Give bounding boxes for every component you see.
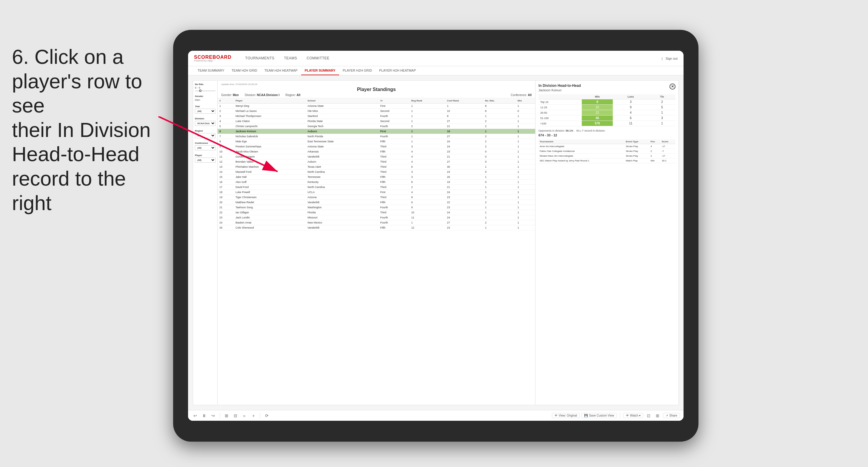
tool-2[interactable]: ⊟ <box>232 412 239 419</box>
table-row[interactable]: 4 Luke Claton Florida State Second 1 27 … <box>218 119 535 124</box>
cell-conf: 19 <box>445 180 483 185</box>
save-custom-button[interactable]: 💾 Save Custom View <box>582 413 617 418</box>
table-row[interactable]: 19 Tiger Christensen Arizona Third 8 23 … <box>218 195 535 200</box>
table-row[interactable]: 8 Mats Ege East Tennessee State Fifth 1 … <box>218 139 535 144</box>
tool-1[interactable]: ⊞ <box>223 412 230 419</box>
cell-player: Phichaksn Maichon <box>234 164 306 169</box>
cell-reg: 8 <box>409 180 445 185</box>
filter-division: Division NCAA Division I <box>195 117 216 126</box>
division-dropdown[interactable]: NCAA Division I <box>195 121 216 126</box>
year-dropdown[interactable]: (All) <box>195 108 216 114</box>
watch-button[interactable]: 👁 Watch ▾ <box>623 413 644 418</box>
cell-yr: Fifth <box>378 139 409 144</box>
h2h-tie: 2 <box>649 99 676 105</box>
tool-6[interactable]: ⊞ <box>654 412 661 419</box>
h2h-close-button[interactable]: ✕ <box>670 84 676 90</box>
tab-team-h2h-grid[interactable]: TEAM H2H GRID <box>228 66 261 75</box>
player-dropdown[interactable]: (All) <box>195 158 216 163</box>
table-row[interactable]: 13 Phichaksn Maichon Texas A&M Third 6 3… <box>218 164 535 169</box>
table-row[interactable]: 24 Bastien Amat New Mexico Fourth 1 27 2… <box>218 220 535 225</box>
table-row[interactable]: 18 Luke Powell UCLA First 4 24 1 1 <box>218 190 535 195</box>
cell-school: Tennessee <box>306 175 378 180</box>
h2h-win: 20 <box>582 105 613 110</box>
table-row[interactable]: 15 Jake Hall Tennessee Fifth 3 26 1 1 <box>218 175 535 180</box>
table-row[interactable]: 3 Michael Thorbjornsen Stanford Fourth 1… <box>218 114 535 119</box>
table-row[interactable]: 7 Nicholas Gabrelcik North Florida Fourt… <box>218 134 535 139</box>
tablet-device: SCOREBOARD Powered by clippi TOURNAMENTS… <box>173 30 699 442</box>
cell-school: Stanford <box>306 114 378 119</box>
table-row[interactable]: 5 Christo Lamprecht Georgia Tech Fourth … <box>218 124 535 129</box>
tour-name: SEC Match Play hosted by Jerry Pate Roun… <box>538 158 625 163</box>
table-row[interactable]: 23 Jack Lundin Missouri Fourth 11 24 1 1 <box>218 215 535 220</box>
table-row[interactable]: 1 Wenyi Ding Arizona State First 1 1 8 1 <box>218 103 535 108</box>
sign-out-button[interactable]: Sign out <box>665 57 678 60</box>
tab-player-h2h-grid[interactable]: PLAYER H2H GRID <box>339 66 375 75</box>
table-row[interactable]: 22 Ian Gilligan Florida Third 10 24 1 1 <box>218 210 535 215</box>
table-row[interactable]: 17 David Ford North Carolina Third 2 21 … <box>218 185 535 190</box>
standings-tbody: 1 Wenyi Ding Arizona State First 1 1 8 1… <box>218 103 535 230</box>
cell-yr: Fifth <box>378 180 409 185</box>
region-dropdown[interactable]: N/a <box>195 133 216 138</box>
h2h-win: 46 <box>582 116 613 121</box>
region-filter: Region: All <box>285 93 300 97</box>
h2h-loss: 9 <box>613 105 649 110</box>
no-rds-slider[interactable] <box>195 90 216 91</box>
view-original-button[interactable]: 👁 View: Original <box>552 413 580 418</box>
share-button[interactable]: ↗ Share <box>663 413 680 418</box>
table-row[interactable]: 21 Taehoon Song Washington Fourth 9 23 1… <box>218 205 535 210</box>
redo-button[interactable]: ↪ <box>210 412 217 419</box>
cell-win: 1 <box>516 195 535 200</box>
toolbar: ↩ ⏸ ↪ ⊞ ⊟ ▹ + ⟳ 👁 View: Original 💾 Save … <box>188 410 684 421</box>
tab-team-summary[interactable]: TEAM SUMMARY <box>194 66 228 75</box>
table-row[interactable]: 14 Maxwell Ford North Carolina Third 3 2… <box>218 169 535 175</box>
cell-reg: 1 <box>409 134 445 139</box>
cell-conf: 24 <box>445 144 483 149</box>
h2h-row: >100 578 11 1 <box>538 121 676 126</box>
tab-team-h2h-heatmap[interactable]: TEAM H2H HEATMAP <box>261 66 301 75</box>
tool-3[interactable]: ▹ <box>241 412 248 419</box>
table-row[interactable]: 16 Alex Goff Kentucky Fifth 8 19 0 1 <box>218 180 535 185</box>
h2h-loss: 6 <box>613 116 649 121</box>
nav-committee[interactable]: COMMITTEE <box>302 51 334 66</box>
undo-button[interactable]: ↩ <box>192 412 199 419</box>
nav-tournaments[interactable]: TOURNAMENTS <box>241 51 279 66</box>
cell-player: Cole Sherwood <box>234 225 306 230</box>
table-row[interactable]: 2 Michael La Sasso Ole Miss Second 1 10 … <box>218 108 535 114</box>
slider-thumb[interactable] <box>199 90 202 92</box>
table-row[interactable]: 10 Jacob Mou-Olesen Arkansas Fifth 4 23 … <box>218 149 535 154</box>
cell-player: Gordon Sargent <box>234 154 306 159</box>
cell-num: 17 <box>218 185 234 190</box>
table-row[interactable]: 25 Cole Sherwood Vanderbilt Fifth 12 23 … <box>218 225 535 230</box>
table-row[interactable]: 20 Matthew Riedel Vanderbilt Fifth 6 22 … <box>218 200 535 205</box>
cell-num: 14 <box>218 169 234 175</box>
conference-dropdown[interactable]: (All) <box>195 145 216 150</box>
table-row[interactable]: 11 Gordon Sargent Vanderbilt Third 4 21 … <box>218 154 535 159</box>
filter-row: Gender: Men Division: NCAA Division I Re… <box>221 93 532 97</box>
tab-player-h2h-heatmap[interactable]: PLAYER H2H HEATMAP <box>375 66 420 75</box>
pause-button[interactable]: ⏸ <box>200 412 208 419</box>
main-content: No Rds. 6 - 6 Gender Men Year (All) <box>188 75 684 421</box>
nav-teams[interactable]: TEAMS <box>279 51 302 66</box>
h2h-row: 51-100 46 6 3 <box>538 116 676 121</box>
cell-school: Texas A&M <box>306 164 378 169</box>
filter-year: Year (All) <box>195 105 216 114</box>
refresh-button[interactable]: ⟳ <box>263 412 271 419</box>
cell-rds: 1 <box>483 190 516 195</box>
table-row[interactable]: 9 Preston Summerhays Arizona State Third… <box>218 144 535 149</box>
cell-conf: 24 <box>445 210 483 215</box>
instruction-line3: their In Division <box>12 118 161 142</box>
cell-reg: 3 <box>409 144 445 149</box>
tour-col-pos: Pos <box>649 139 660 144</box>
tab-player-summary[interactable]: PLAYER SUMMARY <box>301 66 339 75</box>
cell-school: Arizona <box>306 195 378 200</box>
cell-yr: First <box>378 103 409 108</box>
cell-player: Maxwell Ford <box>234 169 306 175</box>
table-row[interactable]: 12 Brendan Valles Auburn Third 4 27 0 1 <box>218 159 535 164</box>
cell-win: 1 <box>516 124 535 129</box>
tool-5[interactable]: ⊡ <box>645 412 652 419</box>
cell-player: Nicholas Gabrelcik <box>234 134 306 139</box>
cell-school: Vanderbilt <box>306 200 378 205</box>
tool-4[interactable]: + <box>250 412 257 419</box>
opponents-section: Opponents in division: 98.1% W-L-T recor… <box>538 129 676 137</box>
table-row[interactable]: 6 Jackson Koivun Auburn First 1 18 1 1 <box>218 129 535 134</box>
